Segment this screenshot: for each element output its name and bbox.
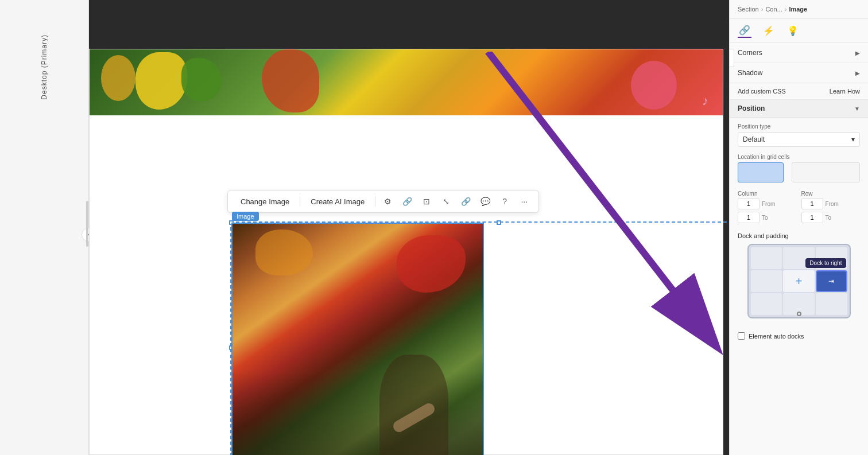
column-from-input[interactable] (738, 198, 760, 209)
auto-dock-row: Element auto docks (730, 328, 868, 344)
shadow-section-header[interactable]: Shadow ▶ (730, 63, 868, 83)
position-type-value: Default (743, 135, 765, 143)
position-type-chevron: ▾ (851, 135, 855, 143)
music-note-icon: ♪ (702, 94, 708, 108)
column-item: Column From To (738, 190, 797, 223)
desktop-label: Desktop (Primary) (40, 34, 48, 100)
panel-tabs: 🔗 ⚡ 💡 (730, 19, 868, 43)
chain-icon[interactable]: 🔗 (458, 194, 473, 209)
image-tag: Image (232, 212, 259, 221)
toolbar-divider-2 (375, 196, 375, 207)
expand-icon[interactable]: ⤡ (439, 194, 454, 209)
dock-bottom-circle (797, 312, 801, 316)
help-icon[interactable]: ? (497, 194, 512, 209)
row-inputs: From (801, 198, 861, 209)
resize-handle-tm[interactable] (497, 220, 501, 225)
position-chevron: ▼ (854, 106, 860, 112)
image-toolbar: Change Image Create AI Image ⚙ 🔗 ⊡ ⤡ 🔗 💬… (227, 190, 539, 213)
canvas-area: Desktop (Primary) › ♪ Change Image Creat… (0, 0, 729, 455)
shadow-label: Shadow (738, 69, 762, 77)
breadcrumb-sep-2: › (785, 6, 787, 13)
column-inputs: From (738, 198, 797, 209)
row-from-input[interactable] (801, 198, 823, 209)
right-panel: ‹ Section › Con... › Image 🔗 ⚡ 💡 Corners… (729, 0, 868, 455)
link-icon[interactable]: 🔗 (400, 194, 414, 209)
dock-widget: + ⇥ Dock to right (738, 244, 860, 318)
position-type-container: Position type Default ▾ (730, 118, 868, 150)
crop-icon[interactable]: ⊡ (419, 194, 434, 209)
dock-cell-br[interactable] (816, 293, 847, 315)
page-canvas: ♪ Change Image Create AI Image ⚙ 🔗 ⊡ ⤡ 🔗… (89, 49, 723, 455)
dock-right-button[interactable]: ⇥ Dock to right (816, 270, 847, 292)
left-sidebar: Desktop (Primary) › (0, 0, 89, 455)
position-label: Position (738, 104, 765, 112)
breadcrumb-sep-1: › (761, 6, 764, 13)
dock-cell-tl[interactable] (751, 247, 782, 269)
corners-section-header[interactable]: Corners ▶ (730, 43, 868, 63)
dock-cell-center[interactable]: + (783, 270, 815, 292)
row-to-input[interactable] (801, 212, 823, 223)
grid-location-inactive (792, 162, 860, 182)
dock-section: Dock and padding + ⇥ Dock to right (730, 228, 868, 328)
dock-cell-bl[interactable] (751, 293, 782, 315)
learn-how-link[interactable]: Learn How (830, 88, 860, 95)
tab-style[interactable]: 🔗 (738, 24, 751, 38)
col-row-grid: Column From To Row From To (738, 190, 860, 223)
element-auto-docks-checkbox[interactable] (738, 332, 745, 340)
drag-handle[interactable] (86, 201, 88, 247)
column-label: Column (738, 190, 797, 197)
shadow-section: Shadow ▶ (730, 63, 868, 83)
corners-section: Corners ▶ (730, 43, 868, 63)
row-to-label: To (826, 215, 832, 221)
dock-cell-ml[interactable] (751, 270, 782, 292)
column-from-label: From (762, 201, 775, 207)
position-type-dropdown[interactable]: Default ▾ (738, 132, 860, 147)
tab-interactions[interactable]: ⚡ (762, 24, 776, 37)
settings-icon[interactable]: ⚙ (380, 194, 395, 209)
column-to-input[interactable] (738, 212, 760, 223)
column-to-label: To (762, 215, 768, 221)
shadow-chevron: ▶ (855, 70, 860, 76)
custom-css-label: Add custom CSS (738, 88, 786, 95)
create-ai-image-button[interactable]: Create AI Image (305, 195, 370, 208)
tab-settings[interactable]: 💡 (786, 24, 800, 37)
breadcrumb-container[interactable]: Con... (765, 6, 782, 13)
position-type-label: Position type (738, 123, 860, 130)
change-image-button[interactable]: Change Image (235, 195, 295, 208)
breadcrumb-image: Image (789, 6, 807, 13)
breadcrumb: Section › Con... › Image (730, 0, 868, 19)
row-item: Row From To (801, 190, 861, 223)
col-row-section: Column From To Row From To (730, 186, 868, 228)
element-auto-docks-label[interactable]: Element auto docks (749, 333, 804, 340)
dock-label: Dock and padding (738, 232, 860, 239)
grid-location-container: Location in grid cells (730, 150, 868, 186)
dock-right-tooltip: Dock to right (805, 258, 846, 268)
position-section-header[interactable]: Position ▼ (730, 100, 868, 118)
row-to-inputs: To (801, 212, 861, 223)
grid-location-visuals (738, 162, 860, 182)
hero-section: ♪ (90, 49, 723, 115)
row-from-label: From (826, 201, 839, 207)
column-to-inputs: To (738, 212, 797, 223)
flower-image (231, 223, 484, 455)
grid-location-active (738, 162, 784, 182)
panel-collapse-button[interactable]: ‹ (729, 49, 734, 67)
breadcrumb-section[interactable]: Section (738, 6, 759, 13)
grid-location-label: Location in grid cells (738, 154, 860, 160)
dock-center-plus: + (796, 275, 803, 288)
comment-icon[interactable]: 💬 (478, 194, 493, 209)
dock-right-icon: ⇥ (828, 277, 834, 285)
corners-chevron: ▶ (855, 50, 860, 56)
toolbar-divider-1 (300, 196, 300, 207)
custom-css-row: Add custom CSS Learn How (730, 83, 868, 100)
row-label: Row (801, 190, 861, 197)
main-image-container: ⤡ (230, 221, 729, 455)
corners-label: Corners (738, 49, 762, 57)
more-icon[interactable]: ··· (517, 194, 532, 209)
